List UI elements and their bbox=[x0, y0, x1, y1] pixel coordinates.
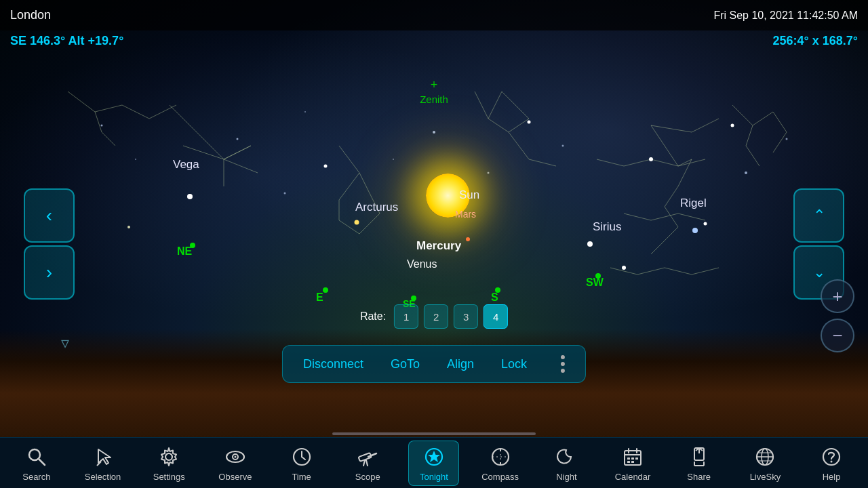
svg-rect-52 bbox=[635, 458, 638, 460]
svg-point-28 bbox=[165, 453, 172, 460]
down-chevron[interactable]: ▿ bbox=[61, 333, 69, 352]
tonight-icon bbox=[422, 445, 446, 469]
night-label: Night bbox=[556, 472, 576, 482]
goto-button[interactable]: GoTo bbox=[391, 357, 420, 371]
toolbar-observe[interactable]: Observe bbox=[210, 441, 260, 485]
zoom-in-button[interactable]: + bbox=[821, 279, 854, 313]
svg-rect-54 bbox=[631, 461, 634, 463]
search-icon bbox=[24, 445, 49, 469]
zoom-controls: + − bbox=[821, 279, 854, 352]
nav-right-button[interactable]: › bbox=[24, 245, 75, 300]
help-icon bbox=[819, 445, 844, 469]
zoom-out-button[interactable]: − bbox=[821, 319, 854, 352]
nav-left-button[interactable]: ‹ bbox=[24, 188, 75, 243]
scope-dots bbox=[561, 355, 565, 373]
scope-label: Scope bbox=[355, 472, 380, 482]
nav-up-button[interactable]: ⌃ bbox=[793, 188, 844, 243]
toolbar-calendar[interactable]: Calendar bbox=[608, 441, 658, 485]
location-label: London bbox=[10, 8, 51, 22]
toolbar-settings[interactable]: Settings bbox=[144, 441, 195, 485]
lock-button[interactable]: Lock bbox=[501, 357, 527, 371]
disconnect-button[interactable]: Disconnect bbox=[303, 357, 363, 371]
toolbar-compass[interactable]: Compass bbox=[475, 441, 526, 485]
rate-control: Rate: 1 2 3 4 bbox=[360, 304, 508, 329]
nav-left: ‹ › bbox=[24, 188, 75, 300]
zenith-label: Zenith bbox=[420, 78, 448, 105]
svg-line-37 bbox=[366, 460, 368, 466]
clock-icon bbox=[290, 445, 314, 469]
tonight-label: Tonight bbox=[420, 472, 448, 482]
sw-label: SW bbox=[586, 277, 604, 289]
gear-icon bbox=[157, 445, 181, 469]
settings-label: Settings bbox=[153, 472, 185, 482]
toolbar-share[interactable]: Share bbox=[673, 441, 724, 485]
calendar-label: Calendar bbox=[615, 472, 651, 482]
time-label: Time bbox=[292, 472, 311, 482]
svg-line-34 bbox=[302, 457, 305, 460]
selection-label: Selection bbox=[85, 472, 121, 482]
ne-label: NE bbox=[177, 245, 192, 258]
svg-rect-53 bbox=[627, 461, 630, 463]
s-dot bbox=[495, 287, 500, 293]
globe-icon bbox=[753, 445, 777, 469]
top-bar: London Fri Sep 10, 2021 11:42:50 AM bbox=[0, 0, 868, 30]
svg-marker-40 bbox=[428, 451, 440, 462]
observe-label: Observe bbox=[218, 472, 252, 482]
coord-right: 256:4° x 168.7° bbox=[773, 34, 859, 48]
moon-icon bbox=[554, 445, 578, 469]
s-label: S bbox=[491, 291, 498, 304]
rate-1-button[interactable]: 1 bbox=[394, 304, 418, 329]
scroll-indicator[interactable] bbox=[332, 432, 536, 435]
svg-line-26 bbox=[39, 459, 45, 465]
toolbar-selection[interactable]: Selection bbox=[77, 441, 128, 485]
help-label: Help bbox=[823, 472, 841, 482]
toolbar-tonight[interactable]: Tonight bbox=[408, 441, 459, 486]
rate-2-button[interactable]: 2 bbox=[424, 304, 448, 329]
toolbar-livesky[interactable]: LiveSky bbox=[740, 441, 791, 485]
svg-rect-50 bbox=[627, 458, 630, 460]
bottom-toolbar: Search Selection Settings bbox=[0, 437, 868, 488]
compass-label: Compass bbox=[481, 472, 519, 482]
toolbar-time[interactable]: Time bbox=[276, 441, 327, 485]
toolbar-search[interactable]: Search bbox=[11, 441, 62, 485]
rate-label: Rate: bbox=[360, 310, 386, 323]
scope-panel: Disconnect GoTo Align Lock bbox=[282, 345, 586, 383]
se-dot bbox=[411, 296, 416, 301]
eye-icon bbox=[223, 445, 248, 469]
selection-icon bbox=[91, 445, 115, 469]
share-icon bbox=[687, 445, 711, 469]
rate-3-button[interactable]: 3 bbox=[454, 304, 478, 329]
align-button[interactable]: Align bbox=[447, 357, 474, 371]
search-label: Search bbox=[22, 472, 50, 482]
svg-rect-51 bbox=[631, 458, 634, 460]
share-label: Share bbox=[687, 472, 711, 482]
e-label: E bbox=[316, 291, 323, 304]
livesky-label: LiveSky bbox=[750, 472, 781, 482]
datetime-label: Fri Sep 10, 2021 11:42:50 AM bbox=[713, 9, 858, 22]
compass-icon bbox=[488, 445, 513, 469]
sw-dot bbox=[595, 273, 601, 279]
toolbar-help[interactable]: Help bbox=[806, 441, 857, 485]
ne-dot bbox=[190, 243, 195, 248]
svg-line-38 bbox=[363, 460, 365, 466]
svg-point-31 bbox=[234, 455, 236, 458]
sun-object[interactable] bbox=[426, 174, 470, 218]
svg-point-66 bbox=[831, 460, 833, 462]
toolbar-night[interactable]: Night bbox=[541, 441, 592, 485]
app: London Fri Sep 10, 2021 11:42:50 AM SE 1… bbox=[0, 0, 868, 488]
e-dot bbox=[323, 287, 328, 293]
coord-left: SE 146.3° Alt +19.7° bbox=[10, 34, 123, 48]
telescope-icon bbox=[355, 445, 380, 469]
rate-4-button[interactable]: 4 bbox=[484, 304, 508, 329]
calendar-icon bbox=[620, 445, 645, 469]
toolbar-scope[interactable]: Scope bbox=[342, 441, 393, 485]
